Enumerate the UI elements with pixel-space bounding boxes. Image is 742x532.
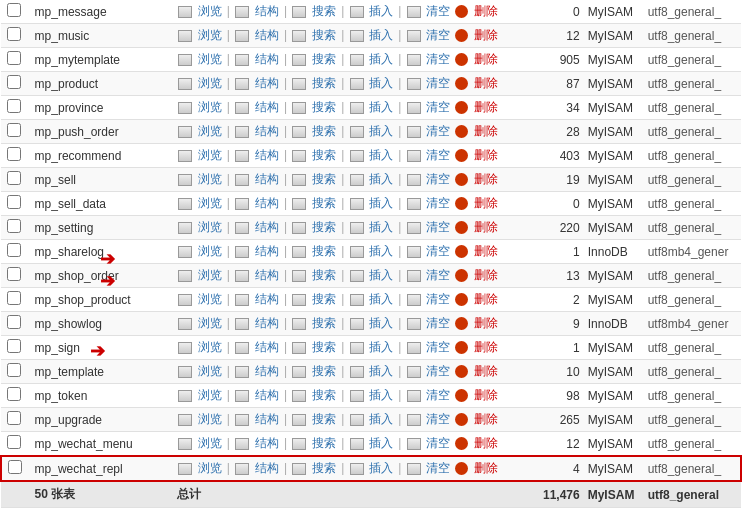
empty-link[interactable]: 清空 xyxy=(426,52,450,66)
search-icon[interactable] xyxy=(292,198,306,210)
search-link[interactable]: 搜索 xyxy=(312,148,336,162)
browse-icon[interactable] xyxy=(178,270,192,282)
empty-link[interactable]: 清空 xyxy=(426,76,450,90)
browse-link[interactable]: 浏览 xyxy=(198,292,222,306)
drop-link[interactable]: 删除 xyxy=(474,28,498,42)
empty-icon[interactable] xyxy=(407,318,421,330)
browse-icon[interactable] xyxy=(178,198,192,210)
row-checkbox[interactable] xyxy=(7,363,21,377)
search-icon[interactable] xyxy=(292,414,306,426)
search-icon[interactable] xyxy=(292,294,306,306)
insert-icon[interactable] xyxy=(350,414,364,426)
browse-icon[interactable] xyxy=(178,222,192,234)
empty-link[interactable]: 清空 xyxy=(426,461,450,475)
drop-link[interactable]: 删除 xyxy=(474,244,498,258)
row-checkbox[interactable] xyxy=(7,291,21,305)
row-checkbox[interactable] xyxy=(8,460,22,474)
browse-icon[interactable] xyxy=(178,246,192,258)
drop-circle-icon[interactable] xyxy=(455,125,468,138)
search-icon[interactable] xyxy=(292,102,306,114)
search-link[interactable]: 搜索 xyxy=(312,364,336,378)
empty-icon[interactable] xyxy=(407,342,421,354)
search-icon[interactable] xyxy=(292,438,306,450)
struct-icon[interactable] xyxy=(235,150,249,162)
drop-circle-icon[interactable] xyxy=(455,317,468,330)
browse-link[interactable]: 浏览 xyxy=(198,244,222,258)
browse-link[interactable]: 浏览 xyxy=(198,268,222,282)
struct-link[interactable]: 结构 xyxy=(255,244,279,258)
row-checkbox-cell[interactable] xyxy=(1,168,31,192)
insert-icon[interactable] xyxy=(350,390,364,402)
browse-link[interactable]: 浏览 xyxy=(198,148,222,162)
struct-icon[interactable] xyxy=(235,198,249,210)
browse-link[interactable]: 浏览 xyxy=(198,28,222,42)
drop-circle-icon[interactable] xyxy=(455,413,468,426)
row-checkbox-cell[interactable] xyxy=(1,312,31,336)
insert-icon[interactable] xyxy=(350,318,364,330)
insert-link[interactable]: 插入 xyxy=(369,292,393,306)
empty-link[interactable]: 清空 xyxy=(426,292,450,306)
insert-link[interactable]: 插入 xyxy=(369,220,393,234)
browse-icon[interactable] xyxy=(178,438,192,450)
insert-link[interactable]: 插入 xyxy=(369,28,393,42)
drop-circle-icon[interactable] xyxy=(455,269,468,282)
drop-circle-icon[interactable] xyxy=(455,149,468,162)
empty-icon[interactable] xyxy=(407,78,421,90)
browse-icon[interactable] xyxy=(178,463,192,475)
drop-circle-icon[interactable] xyxy=(455,293,468,306)
drop-link[interactable]: 删除 xyxy=(474,220,498,234)
struct-link[interactable]: 结构 xyxy=(255,292,279,306)
row-checkbox[interactable] xyxy=(7,99,21,113)
insert-link[interactable]: 插入 xyxy=(369,388,393,402)
insert-link[interactable]: 插入 xyxy=(369,412,393,426)
drop-circle-icon[interactable] xyxy=(455,221,468,234)
row-checkbox[interactable] xyxy=(7,147,21,161)
search-link[interactable]: 搜索 xyxy=(312,340,336,354)
search-link[interactable]: 搜索 xyxy=(312,292,336,306)
empty-link[interactable]: 清空 xyxy=(426,4,450,18)
search-icon[interactable] xyxy=(292,54,306,66)
struct-link[interactable]: 结构 xyxy=(255,220,279,234)
insert-link[interactable]: 插入 xyxy=(369,4,393,18)
search-icon[interactable] xyxy=(292,126,306,138)
search-icon[interactable] xyxy=(292,6,306,18)
drop-circle-icon[interactable] xyxy=(455,101,468,114)
struct-link[interactable]: 结构 xyxy=(255,52,279,66)
insert-link[interactable]: 插入 xyxy=(369,461,393,475)
row-checkbox-cell[interactable] xyxy=(1,264,31,288)
drop-circle-icon[interactable] xyxy=(455,173,468,186)
row-checkbox[interactable] xyxy=(7,75,21,89)
search-icon[interactable] xyxy=(292,150,306,162)
browse-icon[interactable] xyxy=(178,342,192,354)
drop-circle-icon[interactable] xyxy=(455,245,468,258)
insert-link[interactable]: 插入 xyxy=(369,76,393,90)
browse-icon[interactable] xyxy=(178,126,192,138)
row-checkbox-cell[interactable] xyxy=(1,120,31,144)
struct-icon[interactable] xyxy=(235,414,249,426)
search-icon[interactable] xyxy=(292,390,306,402)
row-checkbox-cell[interactable] xyxy=(1,96,31,120)
browse-link[interactable]: 浏览 xyxy=(198,172,222,186)
struct-icon[interactable] xyxy=(235,126,249,138)
drop-circle-icon[interactable] xyxy=(455,389,468,402)
browse-link[interactable]: 浏览 xyxy=(198,461,222,475)
insert-icon[interactable] xyxy=(350,126,364,138)
search-link[interactable]: 搜索 xyxy=(312,76,336,90)
insert-icon[interactable] xyxy=(350,6,364,18)
drop-circle-icon[interactable] xyxy=(455,77,468,90)
drop-circle-icon[interactable] xyxy=(455,53,468,66)
insert-icon[interactable] xyxy=(350,30,364,42)
browse-link[interactable]: 浏览 xyxy=(198,4,222,18)
insert-link[interactable]: 插入 xyxy=(369,172,393,186)
row-checkbox-cell[interactable] xyxy=(1,288,31,312)
struct-link[interactable]: 结构 xyxy=(255,28,279,42)
drop-link[interactable]: 删除 xyxy=(474,76,498,90)
struct-icon[interactable] xyxy=(235,6,249,18)
empty-link[interactable]: 清空 xyxy=(426,28,450,42)
insert-link[interactable]: 插入 xyxy=(369,364,393,378)
struct-link[interactable]: 结构 xyxy=(255,148,279,162)
browse-icon[interactable] xyxy=(178,78,192,90)
struct-link[interactable]: 结构 xyxy=(255,436,279,450)
insert-icon[interactable] xyxy=(350,294,364,306)
browse-link[interactable]: 浏览 xyxy=(198,124,222,138)
